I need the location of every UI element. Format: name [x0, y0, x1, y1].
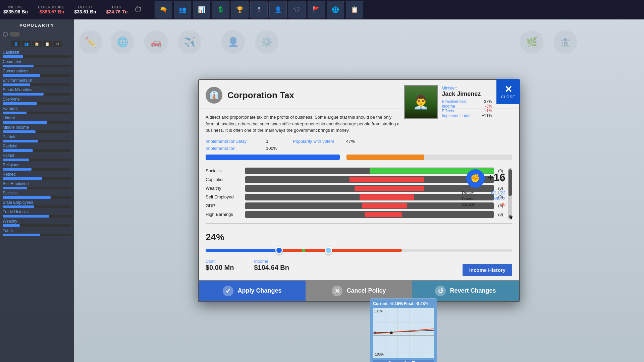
nav-user-icon[interactable]: 👤	[269, 1, 287, 18]
effects-value: -11%	[483, 109, 492, 113]
sidebar-bar-bg	[3, 102, 71, 105]
nav-trophy-icon[interactable]: 🏆	[231, 1, 249, 18]
sidebar-item-label: Trade Unionist	[3, 209, 71, 214]
sidebar-header-icon-4[interactable]: 📋	[43, 41, 52, 47]
minister-impltime-row: Implement Time: +11%	[442, 113, 492, 118]
sidebar-bar-bg	[3, 177, 71, 180]
sidebar-item[interactable]: Religious	[3, 163, 71, 171]
sidebar-item[interactable]: Patriotic	[3, 144, 71, 152]
nav-doc-icon[interactable]: 📋	[346, 1, 363, 18]
voter-row: Socialist (0)	[206, 168, 505, 174]
impl-label: Implementation:	[206, 146, 259, 151]
voter-bar-negative	[365, 212, 402, 217]
sidebar-bar-fill	[3, 224, 20, 227]
lower-value: 3/6/12	[493, 196, 505, 201]
voter-name: GDP	[206, 203, 243, 208]
divider-2	[206, 223, 512, 224]
sidebar-item[interactable]: Wealthy	[3, 219, 71, 227]
nav-chart-icon[interactable]: 📊	[193, 1, 210, 18]
sidebar-item[interactable]: Everyone	[3, 97, 71, 105]
slider-fill-orange	[279, 249, 402, 252]
sidebar-item[interactable]: Environmentalist	[3, 78, 71, 86]
sidebar-item[interactable]: Ethnic Minorities	[3, 87, 71, 96]
sidebar-item[interactable]: Youth	[3, 228, 71, 236]
chart-tooltip: Current: -5.15% Final: -8.48%	[370, 298, 437, 362]
nav-people-icon[interactable]: 👥	[174, 1, 191, 18]
sidebar-item[interactable]: Self Employed	[3, 181, 71, 189]
sidebar-item[interactable]: Patriot	[3, 153, 71, 161]
sidebar-item[interactable]: Patriots	[3, 134, 71, 142]
apply-changes-button[interactable]: ✓ Apply Changes	[199, 281, 306, 301]
cancel-row: Cancel: 30	[462, 202, 505, 207]
sidebar-items-list: Capitalist Commuter Conservatives Enviro…	[3, 50, 71, 236]
sidebar-item[interactable]: Liberal	[3, 116, 71, 124]
raise-lower-panel: ✊ +16 Raise: 6/11/22 Lower: 3/6/12	[462, 168, 505, 207]
sidebar-header-icon-5[interactable]: ⚙	[53, 41, 62, 47]
nav-gun-icon[interactable]: 🔫	[155, 1, 172, 18]
sidebar-bar-bg	[3, 74, 71, 77]
sidebar-item-label: Ethnic Minorities	[3, 87, 71, 92]
slider-handle-blue[interactable]	[275, 247, 283, 254]
expenditure-value: -$869.57 Bn	[38, 9, 64, 14]
sidebar-header-icon-2[interactable]: 👥	[22, 41, 31, 47]
top-bar: INCOME $835.96 Bn EXPENDITURE -$869.57 B…	[0, 0, 644, 19]
slider-handle-light[interactable]	[325, 247, 332, 254]
nav-icons: 🔫 👥 📊 💲 🏆 🎖 👤 🛡 🚩 🌐 📋	[155, 1, 363, 18]
debt-stat: DEBT $24.76 Tn	[106, 5, 128, 14]
sidebar-bar-bg	[3, 149, 71, 152]
nav-globe-icon[interactable]: 🌐	[327, 1, 344, 18]
apply-label: Apply Changes	[237, 287, 281, 294]
voter-bar-negative	[360, 194, 414, 200]
sidebar-title: POPULARITY	[3, 23, 71, 28]
impl-delay-label: ImplementationDelay:	[206, 139, 259, 144]
sidebar-item-label: Religious	[3, 163, 71, 167]
minister-effects-row: Effects: -11%	[442, 109, 492, 113]
lower-row: Lower: 3/6/12	[462, 196, 505, 201]
tooltip-footer: Corporation Tax	[373, 360, 434, 362]
svg-line-10	[373, 329, 434, 334]
sidebar-item[interactable]: Socialist	[3, 191, 71, 199]
nav-shield-icon[interactable]: 🛡	[288, 1, 306, 18]
implementation-progress-bar	[206, 155, 340, 160]
nav-dollar-icon[interactable]: 💲	[212, 1, 229, 18]
voter-scrollbar[interactable]: ▼	[508, 168, 512, 220]
modal-footer: ✓ Apply Changes ✕ Cancel Policy ↺ Revert…	[199, 280, 519, 301]
scrollbar-thumb[interactable]	[508, 169, 512, 196]
sidebar-bar-bg	[3, 224, 71, 227]
revert-label: Revert Changes	[450, 287, 496, 294]
minister-name: Jack Jimenez	[442, 90, 492, 98]
deficit-stat: DEFICIT $33.61 Bn	[74, 5, 96, 14]
sidebar-item[interactable]: Farmers	[3, 106, 71, 114]
sidebar-toggle[interactable]	[10, 32, 20, 37]
sidebar-header-icon-3[interactable]: 🏠	[32, 41, 42, 47]
voter-bars-section: Socialist (0) Capitalist (0) Wealthy (0)…	[206, 168, 505, 220]
scrollbar-down[interactable]: ▼	[508, 215, 512, 218]
minister-info: Minister: Jack Jimenez Effectiveness: 37…	[442, 85, 492, 119]
cost-value: $0.00 Mn	[206, 264, 234, 272]
voter-bar-negative	[350, 177, 424, 182]
sidebar-item-label: Farmers	[3, 106, 71, 111]
minister-income-value: -3%	[485, 104, 492, 109]
sidebar-item[interactable]: State Employees	[3, 200, 71, 208]
voter-row: Wealthy (0)	[206, 185, 505, 192]
sidebar-bar-bg	[3, 112, 71, 114]
sidebar-item[interactable]: Capitalist	[3, 50, 71, 58]
nav-flag-icon[interactable]: 🚩	[308, 1, 325, 18]
sidebar-bar-fill	[3, 168, 32, 171]
sidebar-header-icon-1[interactable]: 👤	[11, 41, 21, 47]
impl-row: Implementation: 100%	[206, 146, 279, 151]
sidebar-item[interactable]: Middle Income	[3, 125, 71, 133]
slider-track	[206, 249, 512, 252]
income-history-button[interactable]: Income History	[463, 264, 512, 276]
sidebar-item[interactable]: Retired	[3, 172, 71, 180]
sidebar-item[interactable]: Trade Unionist	[3, 209, 71, 218]
cancel-label: Cancel:	[462, 202, 477, 207]
sidebar-item[interactable]: Conservatives	[3, 69, 71, 77]
sidebar-item[interactable]: Commuter	[3, 59, 71, 67]
nav-medal-icon[interactable]: 🎖	[250, 1, 268, 18]
popularity-progress-fill	[346, 155, 424, 160]
popularity-value: 47%	[343, 139, 355, 144]
sidebar-bar-bg	[3, 93, 71, 96]
sidebar-bar-bg	[3, 196, 71, 199]
sidebar-item-label: Wealthy	[3, 219, 71, 224]
